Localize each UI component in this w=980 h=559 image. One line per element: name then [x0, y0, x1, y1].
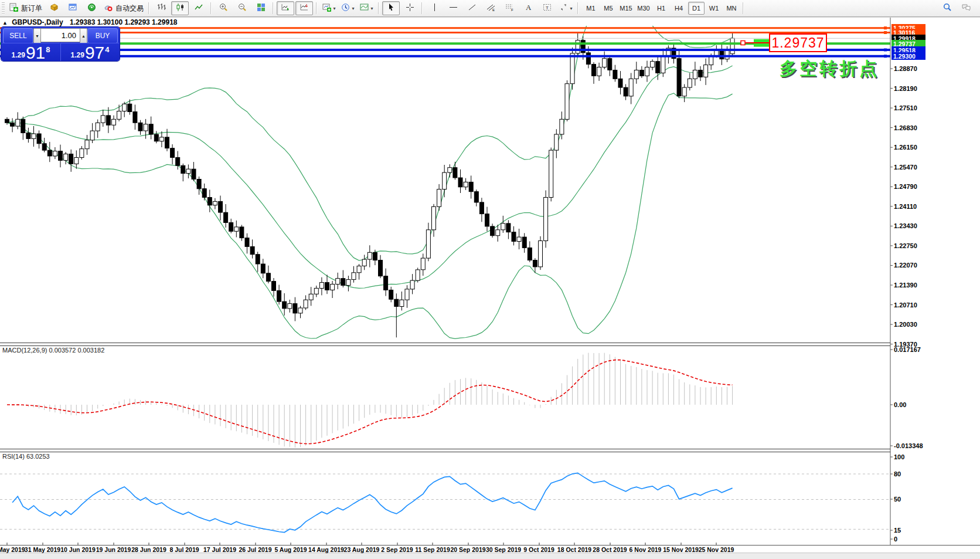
candlestick-chart-button[interactable]	[171, 1, 189, 15]
line-handle[interactable]	[884, 31, 887, 34]
date-axis-label[interactable]: 11 Sep 2019	[415, 546, 450, 553]
text-button[interactable]: A	[519, 1, 537, 15]
date-axis-label[interactable]: 2 Sep 2019	[381, 546, 413, 553]
price-axis-tick[interactable]: 1.26830	[894, 124, 917, 131]
zoom-out-button[interactable]	[233, 1, 251, 15]
arrows-button[interactable]: ▾	[557, 1, 574, 15]
bar-chart-button[interactable]	[152, 1, 170, 15]
date-axis-label[interactable]: 6 Nov 2019	[629, 546, 662, 553]
navigator-button[interactable]	[83, 1, 100, 15]
price-axis-tick[interactable]: 1.20710	[894, 301, 917, 309]
timeframe-h4-button[interactable]: H4	[671, 2, 687, 15]
line-handle[interactable]	[884, 26, 887, 29]
date-axis-label[interactable]: 26 Jul 2019	[239, 546, 271, 553]
date-axis-label[interactable]: 31 May 2019	[25, 546, 60, 553]
timeframe-m30-button[interactable]: M30	[635, 2, 652, 15]
template-button[interactable]: ▾	[358, 1, 375, 15]
timeframe-h1-button[interactable]: H1	[653, 2, 669, 15]
price-axis-tick[interactable]: 1.25470	[894, 164, 917, 171]
date-axis-label[interactable]: 9 Oct 2019	[523, 546, 554, 553]
date-axis-label[interactable]: 28 Oct 2019	[593, 546, 627, 553]
price-axis-tick[interactable]: 1.22750	[894, 242, 917, 249]
price-axis-tick[interactable]: 1.23430	[894, 222, 917, 229]
price-axis-tick[interactable]: 1.28190	[894, 85, 917, 92]
dropdown-arrow-icon[interactable]: ▾	[570, 6, 572, 11]
date-axis-label[interactable]: 25 Nov 2019	[699, 546, 734, 553]
equidistant-channel-button[interactable]: E	[482, 1, 499, 15]
date-axis-label[interactable]: 20 Sep 2019	[450, 546, 485, 553]
timeframe-m1-button[interactable]: M1	[583, 2, 599, 15]
sell-price[interactable]: 1.29918	[2, 43, 60, 61]
new-order-button[interactable]: 新订单	[7, 1, 44, 15]
timeframe-w1-button[interactable]: W1	[706, 2, 722, 15]
macd-axis-tick[interactable]: 0.00	[894, 401, 906, 408]
date-axis-label[interactable]: 28 Jun 2019	[131, 546, 166, 553]
collapse-panel-icon[interactable]: ▲	[2, 20, 8, 26]
price-axis-tick[interactable]: 1.22070	[894, 262, 917, 269]
timeframe-mn-button[interactable]: MN	[723, 2, 740, 15]
rsi-axis-tick[interactable]: 0	[894, 536, 897, 543]
line-handle[interactable]	[884, 55, 887, 57]
auto-scroll-button[interactable]	[277, 1, 294, 15]
price-axis-tick[interactable]: 1.20030	[894, 321, 917, 328]
dropdown-arrow-icon[interactable]: ▾	[352, 6, 354, 11]
macd-axis-tick[interactable]: 0.017167	[894, 346, 921, 353]
sell-button[interactable]: SELL	[3, 28, 33, 43]
text-label-button[interactable]: T	[538, 1, 556, 15]
period-button[interactable]: ▾	[339, 1, 356, 15]
volume-input[interactable]	[41, 28, 80, 42]
date-axis-label[interactable]: 30 Sep 2019	[486, 546, 521, 553]
date-axis-label[interactable]: 23 Aug 2019	[344, 546, 380, 553]
price-axis-tick[interactable]: 1.27510	[894, 104, 917, 111]
volume-decrease-button[interactable]: ▼	[33, 28, 41, 43]
date-axis-label[interactable]: 18 Oct 2019	[557, 546, 591, 553]
fibonacci-button[interactable]: F	[501, 1, 518, 15]
timeframe-m15-button[interactable]: M15	[618, 2, 634, 15]
market-watch-button[interactable]	[45, 1, 63, 15]
timeframe-m5-button[interactable]: M5	[600, 2, 617, 15]
price-axis-tick[interactable]: 1.28870	[894, 65, 917, 72]
rsi-axis-tick[interactable]: 50	[894, 496, 901, 503]
cursor-button[interactable]	[382, 1, 400, 15]
line-chart-button[interactable]	[190, 1, 207, 15]
price-axis-tick[interactable]: 1.21390	[894, 282, 917, 289]
dropdown-arrow-icon[interactable]: ▾	[370, 6, 373, 11]
rsi-axis-tick[interactable]: 100	[894, 453, 904, 460]
horizontal-line-button[interactable]	[444, 1, 462, 15]
price-axis-tick[interactable]: 1.24790	[894, 183, 917, 190]
timeframe-d1-button[interactable]: D1	[688, 2, 705, 15]
note-annotation[interactable]: 多空转折点	[780, 57, 879, 81]
macd-axis-tick[interactable]: -0.013348	[894, 442, 923, 449]
date-axis-label[interactable]: 17 Jul 2019	[203, 546, 236, 553]
price-callout[interactable]: 1.29737	[769, 33, 827, 52]
crosshair-button[interactable]	[401, 1, 418, 15]
trendline-button[interactable]	[463, 1, 481, 15]
price-axis-tick[interactable]: 1.26150	[894, 144, 917, 151]
community-chat-button[interactable]	[957, 1, 975, 15]
date-axis-label[interactable]: 22 May 2019	[0, 546, 25, 553]
autotrading-button[interactable]: 自动交易	[101, 1, 145, 15]
date-axis-label[interactable]: 10 Jun 2019	[60, 546, 96, 553]
chart-shift-button[interactable]	[295, 1, 313, 15]
date-axis-label[interactable]: 8 Jul 2019	[169, 546, 199, 553]
buy-price[interactable]: 1.29974	[60, 43, 119, 61]
buy-button[interactable]: BUY	[87, 28, 118, 43]
rsi-axis-tick[interactable]: 15	[894, 527, 901, 534]
date-axis-label[interactable]: 5 Aug 2019	[274, 546, 307, 553]
chart-canvas[interactable]	[0, 0, 980, 559]
callout-anchor[interactable]	[741, 41, 745, 45]
vertical-line-button[interactable]	[426, 1, 443, 15]
zoom-in-button[interactable]	[215, 1, 232, 15]
line-handle[interactable]	[884, 49, 887, 52]
tile-windows-button[interactable]	[252, 1, 270, 15]
price-axis-tick[interactable]: 1.24110	[894, 203, 917, 210]
date-axis-label[interactable]: 14 Aug 2019	[308, 546, 344, 553]
search-button[interactable]	[938, 1, 956, 15]
date-axis-label[interactable]: 19 Jun 2019	[96, 546, 131, 553]
rsi-axis-tick[interactable]: 80	[894, 470, 901, 477]
dropdown-arrow-icon[interactable]: ▾	[333, 6, 335, 11]
data-window-button[interactable]	[64, 1, 81, 15]
new-chart-button[interactable]: ▾	[320, 1, 338, 15]
volume-increase-button[interactable]: ▲	[80, 28, 87, 43]
date-axis-label[interactable]: 15 Nov 2019	[663, 546, 699, 553]
